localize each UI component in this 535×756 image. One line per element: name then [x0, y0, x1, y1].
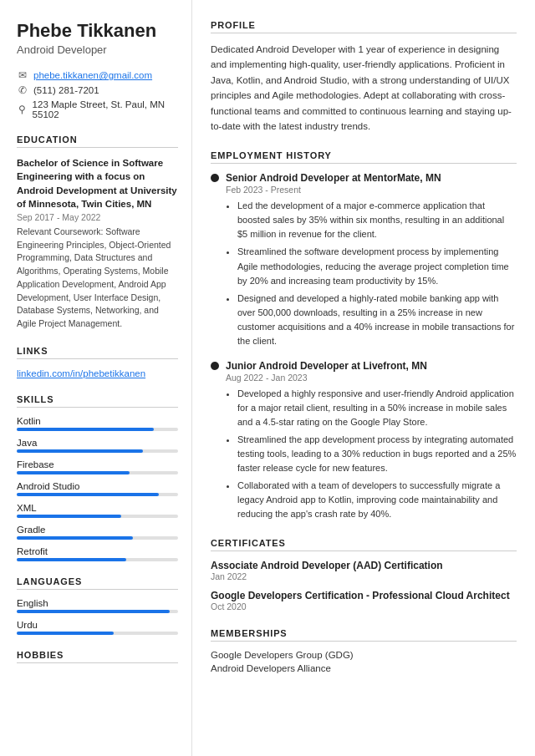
phone-icon: ✆ [17, 84, 28, 96]
employment-section-title: EMPLOYMENT HISTORY [211, 150, 517, 164]
employment-list: Senior Android Developer at MentorMate, … [211, 172, 517, 521]
cert-name: Associate Android Developer (AAD) Certif… [211, 560, 517, 571]
resume-container: Phebe Tikkanen Android Developer ✉ phebe… [0, 0, 535, 756]
address-text: 123 Maple Street, St. Paul, MN 55102 [33, 99, 178, 119]
skills-section-title: SKILLS [17, 394, 178, 408]
job-dot [211, 362, 219, 370]
education-section-title: EDUCATION [17, 134, 178, 148]
job-bullet: Streamlined the app development process … [237, 433, 517, 475]
membership-item: Google Developers Group (GDG) [211, 650, 517, 660]
job-entry: Senior Android Developer at MentorMate, … [211, 172, 517, 348]
skill-name: Gradle [17, 525, 178, 535]
language-bar-fill [17, 610, 170, 613]
skill-bar-bg [17, 515, 178, 518]
language-name: English [17, 598, 178, 608]
main-content: PROFILE Dedicated Android Developer with… [192, 0, 535, 756]
certificates-section-title: CERTIFICATES [211, 538, 517, 551]
location-icon: ⚲ [17, 104, 28, 115]
skill-bar-fill [17, 449, 143, 453]
skill-item: Firebase [17, 459, 178, 474]
cert-entry: Google Developers Certification - Profes… [211, 590, 517, 611]
skill-bar-bg [17, 428, 178, 431]
skill-bar-bg [17, 493, 178, 496]
candidate-name: Phebe Tikkanen [17, 20, 178, 42]
contact-email: ✉ phebe.tikkanen@gmail.com [17, 69, 178, 81]
skill-bar-fill [17, 515, 121, 518]
skill-name: Retrofit [17, 546, 178, 556]
skill-bar-fill [17, 493, 159, 496]
languages-section-title: LANGUAGES [17, 576, 178, 590]
coursework-text: Software Engineering Principles, Object-… [17, 226, 171, 328]
contact-phone: ✆ (511) 281-7201 [17, 84, 178, 96]
skill-bar-bg [17, 536, 178, 540]
skill-item: Retrofit [17, 546, 178, 561]
skill-name: Android Studio [17, 481, 178, 491]
skill-bar-fill [17, 471, 130, 474]
language-bar-fill [17, 632, 114, 635]
language-item: English [17, 598, 178, 613]
education-coursework: Relevant Coursework: Software Engineerin… [17, 226, 178, 331]
language-name: Urdu [17, 620, 178, 630]
contact-address: ⚲ 123 Maple Street, St. Paul, MN 55102 [17, 99, 178, 119]
cert-date: Jan 2022 [211, 571, 517, 581]
phone-number: (511) 281-7201 [33, 85, 99, 95]
skill-name: Firebase [17, 459, 178, 469]
job-bullet: Collaborated with a team of developers t… [237, 479, 517, 521]
skill-bar-bg [17, 471, 178, 474]
skill-name: XML [17, 503, 178, 513]
job-header: Junior Android Developer at Livefront, M… [211, 360, 517, 372]
skill-bar-fill [17, 536, 133, 540]
skill-item: XML [17, 503, 178, 518]
language-bar-bg [17, 610, 178, 613]
job-bullet: Led the development of a major e-commerc… [237, 199, 517, 241]
skill-name: Kotlin [17, 416, 178, 426]
job-header: Senior Android Developer at MentorMate, … [211, 172, 517, 184]
job-bullet: Developed a highly responsive and user-f… [237, 387, 517, 429]
membership-item: Android Developers Alliance [211, 663, 517, 673]
job-entry: Junior Android Developer at Livefront, M… [211, 360, 517, 521]
links-section-title: LINKS [17, 346, 178, 359]
linkedin-link[interactable]: linkedin.com/in/phebetikkanen [17, 368, 145, 378]
contact-section: ✉ phebe.tikkanen@gmail.com ✆ (511) 281-7… [17, 69, 178, 119]
email-link[interactable]: phebe.tikkanen@gmail.com [33, 70, 152, 80]
job-company: Senior Android Developer at MentorMate, … [226, 172, 441, 184]
job-dot [211, 174, 219, 182]
job-bullets: Led the development of a major e-commerc… [226, 199, 517, 348]
education-date: Sep 2017 - May 2022 [17, 212, 178, 222]
cert-entry: Associate Android Developer (AAD) Certif… [211, 560, 517, 581]
skill-bar-bg [17, 558, 178, 561]
hobbies-section-title: HOBBIES [17, 650, 178, 663]
cert-name: Google Developers Certification - Profes… [211, 590, 517, 601]
memberships-list: Google Developers Group (GDG)Android Dev… [211, 650, 517, 673]
sidebar: Phebe Tikkanen Android Developer ✉ phebe… [0, 0, 192, 756]
coursework-label: Relevant Coursework: [17, 226, 103, 236]
education-degree: Bachelor of Science in Software Engineer… [17, 156, 178, 210]
profile-text: Dedicated Android Developer with 1 year … [211, 42, 517, 134]
memberships-section-title: MEMBERSHIPS [211, 628, 517, 642]
job-bullet: Streamlined the software development pro… [237, 245, 517, 287]
links-section: linkedin.com/in/phebetikkanen [17, 368, 178, 379]
job-date: Feb 2023 - Present [226, 185, 517, 195]
skill-bar-fill [17, 558, 126, 561]
job-date: Aug 2022 - Jan 2023 [226, 373, 517, 383]
skills-list: Kotlin Java Firebase Android Studio XML … [17, 416, 178, 561]
languages-list: English Urdu [17, 598, 178, 635]
email-icon: ✉ [17, 69, 28, 81]
job-bullet: Designed and developed a highly-rated mo… [237, 292, 517, 348]
skill-bar-fill [17, 428, 154, 431]
profile-section-title: PROFILE [211, 20, 517, 33]
certificates-list: Associate Android Developer (AAD) Certif… [211, 560, 517, 611]
language-bar-bg [17, 632, 178, 635]
skill-bar-bg [17, 449, 178, 453]
cert-date: Oct 2020 [211, 601, 517, 611]
skill-item: Java [17, 438, 178, 453]
skill-item: Kotlin [17, 416, 178, 431]
skill-name: Java [17, 438, 178, 448]
language-item: Urdu [17, 620, 178, 635]
job-bullets: Developed a highly responsive and user-f… [226, 387, 517, 521]
job-company: Junior Android Developer at Livefront, M… [226, 360, 427, 372]
job-title: Android Developer [17, 43, 178, 56]
skill-item: Android Studio [17, 481, 178, 496]
skill-item: Gradle [17, 525, 178, 540]
